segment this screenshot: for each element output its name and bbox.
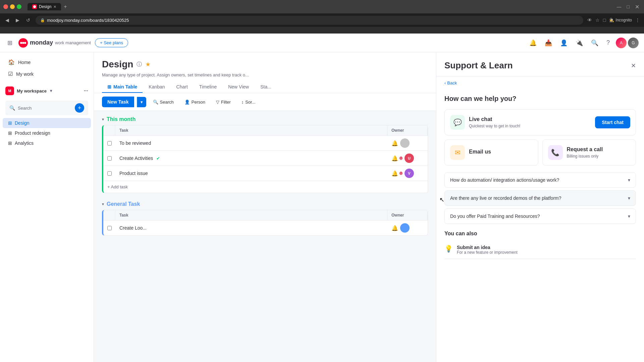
- sort-toolbar-btn[interactable]: ↕ Sor...: [237, 97, 260, 107]
- new-task-btn[interactable]: New Task: [102, 97, 134, 107]
- sidebar-home[interactable]: 🏠 Home: [3, 56, 91, 68]
- svg-point-2: [22, 42, 24, 44]
- user-avatar-2[interactable]: G: [628, 38, 639, 48]
- extension-btn[interactable]: □: [603, 17, 606, 23]
- task-check-1[interactable]: [103, 138, 115, 148]
- checkbox-2[interactable]: [107, 156, 112, 161]
- search-global-btn[interactable]: 🔍: [589, 37, 600, 49]
- faq-item-1[interactable]: How do automation/ integration actions/u…: [444, 172, 636, 188]
- workspace-section[interactable]: M My workspace ▾ ···: [0, 84, 94, 98]
- filter-toolbar-btn[interactable]: ▽ Filter: [212, 97, 235, 107]
- submit-idea-icon: 💡: [444, 245, 453, 253]
- integrations-btn[interactable]: 🔌: [574, 37, 585, 49]
- sort-toolbar-label: Sor...: [245, 100, 255, 105]
- address-input[interactable]: 🔒 moodjoy.monday.com/boards/1830420525: [36, 16, 583, 25]
- faq-item-2[interactable]: Are there any live or recorded demos of …: [444, 190, 636, 206]
- tab-main-table[interactable]: ⊞ Main Table: [102, 81, 143, 93]
- checkbox-g1[interactable]: [107, 226, 112, 230]
- task-check-g1[interactable]: [103, 223, 115, 233]
- task-table-header: Task Owner: [103, 125, 428, 136]
- forward-nav-btn[interactable]: ▶: [14, 16, 21, 24]
- person-toolbar-btn[interactable]: 👤 Person: [180, 97, 209, 107]
- group-this-month: ▾ This month Task Owner To be reviewed: [102, 116, 428, 193]
- sort-toolbar-icon: ↕: [241, 100, 244, 105]
- board-info-icon[interactable]: ⓘ: [137, 61, 142, 68]
- help-btn[interactable]: ?: [604, 37, 612, 48]
- see-plans-btn[interactable]: + See plans: [95, 38, 128, 47]
- tab-main-table-label: Main Table: [113, 84, 137, 89]
- window-close-btn[interactable]: ✕: [634, 2, 641, 11]
- refresh-btn[interactable]: ↺: [25, 16, 32, 24]
- tab-close-btn[interactable]: ✕: [53, 5, 56, 9]
- task-check-2[interactable]: [103, 154, 115, 163]
- notifications-btn[interactable]: 🔔: [527, 37, 539, 49]
- owner-avatar-g1: [400, 223, 410, 233]
- board-icon-analytics: ⊞: [8, 140, 12, 146]
- inbox-btn[interactable]: 📥: [543, 37, 554, 49]
- also-item-submit-idea[interactable]: 💡 Submit an idea For a new feature or im…: [444, 241, 636, 259]
- window-restore-btn[interactable]: □: [626, 3, 631, 11]
- window-minimize-btn[interactable]: —: [615, 3, 623, 11]
- menu-btn[interactable]: ⋮: [635, 17, 640, 23]
- tab-new-view[interactable]: New View: [223, 81, 254, 93]
- start-chat-btn[interactable]: Start chat: [595, 116, 630, 128]
- sidebar-item-product-redesign[interactable]: ⊞ Product redesign: [3, 128, 91, 138]
- support-close-btn[interactable]: ✕: [631, 62, 636, 69]
- support-back-btn[interactable]: ‹ Back: [436, 76, 644, 89]
- board-star-icon[interactable]: ★: [145, 61, 151, 68]
- browser-close-btn[interactable]: [3, 4, 8, 9]
- avatar-group: A G: [616, 38, 639, 48]
- tab-kanban[interactable]: Kanban: [143, 81, 170, 93]
- faq-header-2: Are there any live or recorded demos of …: [445, 191, 636, 205]
- profile-btn[interactable]: 👁: [587, 17, 592, 23]
- board-tabs: ⊞ Main Table Kanban Chart Timeline New V…: [102, 81, 428, 93]
- new-tab-btn[interactable]: +: [61, 4, 69, 10]
- owner-avatar-3: V: [405, 169, 414, 178]
- task-icons-2: 🔔1: [391, 155, 402, 162]
- person-toolbar-icon: 👤: [184, 100, 190, 105]
- bookmark-btn[interactable]: ☆: [595, 17, 600, 23]
- user-avatar-1[interactable]: A: [616, 38, 627, 48]
- browser-min-btn[interactable]: [10, 4, 15, 9]
- new-task-dropdown-btn[interactable]: ▾: [137, 97, 146, 107]
- checkbox-1[interactable]: [107, 141, 112, 145]
- group-general-collapse-btn[interactable]: ▾: [102, 202, 104, 206]
- live-chat-card[interactable]: 💬 Live chat Quickest way to get in touch…: [444, 109, 636, 135]
- tab-chart[interactable]: Chart: [171, 81, 193, 93]
- board-desc: Manage any type of project. Assign owner…: [102, 72, 428, 77]
- email-card[interactable]: ✉ Email us: [444, 139, 538, 166]
- tab-timeline[interactable]: Timeline: [194, 81, 222, 93]
- request-call-icon: 📞: [551, 148, 559, 157]
- lock-icon: 🔒: [40, 18, 45, 22]
- support-panel: Support & Learn ✕ ‹ Back How can we help…: [436, 52, 644, 362]
- add-task-btn-this-month[interactable]: + Add task: [103, 181, 428, 193]
- tab-bar: Design ✕ +: [28, 3, 613, 10]
- group-collapse-btn[interactable]: ▾: [102, 117, 104, 122]
- task-check-3[interactable]: [103, 169, 115, 178]
- toolbar: New Task ▾ 🔍 Search 👤 Person ▽ Filter ↕ …: [94, 93, 436, 111]
- active-tab[interactable]: Design ✕: [28, 3, 61, 10]
- request-call-card[interactable]: 📞 Request a call Billing issues only: [542, 139, 636, 166]
- back-nav-btn[interactable]: ◀: [4, 16, 10, 24]
- you-can-also-section: You can also 💡 Submit an idea For a new …: [444, 231, 636, 259]
- search-toolbar-btn[interactable]: 🔍 Search: [149, 97, 178, 107]
- tab-sta[interactable]: Sta...: [255, 81, 277, 93]
- svg-point-1: [20, 42, 22, 44]
- sidebar-search[interactable]: 🔍 Search +: [5, 101, 88, 115]
- sidebar-item-design[interactable]: ⊞ Design: [3, 118, 91, 128]
- svg-point-3: [24, 42, 26, 44]
- people-btn[interactable]: 👤: [558, 37, 570, 49]
- owner-avatar-2: U: [405, 154, 414, 163]
- sidebar-item-analytics-label: Analytics: [15, 140, 34, 146]
- tab-kanban-label: Kanban: [149, 84, 165, 89]
- sidebar-mywork[interactable]: ☑ My work: [3, 68, 91, 80]
- workspace-more[interactable]: ···: [84, 88, 88, 94]
- add-item-btn[interactable]: +: [75, 103, 84, 113]
- browser-max-btn[interactable]: [17, 4, 21, 9]
- address-bar: ◀ ▶ ↺ 🔒 moodjoy.monday.com/boards/183042…: [0, 13, 644, 27]
- grid-menu-btn[interactable]: ⊞: [5, 37, 14, 49]
- checkbox-3[interactable]: [107, 171, 112, 176]
- faq-item-3[interactable]: Do you offer Paid Training and Resources…: [444, 208, 636, 224]
- sidebar-item-analytics[interactable]: ⊞ Analytics: [3, 138, 91, 148]
- tab-new-view-label: New View: [228, 84, 249, 89]
